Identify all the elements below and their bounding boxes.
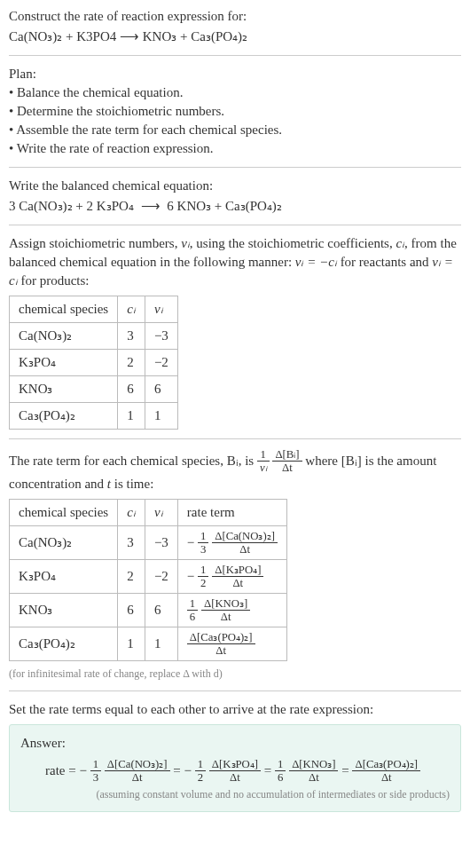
stoich-table: chemical species cᵢ νᵢ Ca(NO₃)₂ 3 −3 K₃P… — [9, 296, 178, 430]
col-c: cᵢ — [118, 296, 145, 323]
conc-fraction: Δ[KNO₃]Δt — [289, 758, 338, 784]
cell-rate: Δ[Ca₃(PO₄)₂]Δt — [177, 627, 286, 661]
cell-c: 1 — [118, 627, 145, 661]
rate-terms-table: chemical species cᵢ νᵢ rate term Ca(NO₃)… — [9, 499, 287, 661]
cell-species: Ca(NO₃)₂ — [10, 323, 118, 350]
numerator: Δ[Ca(NO₃)₂] — [212, 530, 278, 543]
rate-expression: rate = − 13 Δ[Ca(NO₃)₂]Δt = − 12 Δ[K₃PO₄… — [20, 758, 450, 784]
cell-nu: 1 — [145, 627, 177, 661]
numerator: Δ[Ca(NO₃)₂] — [105, 758, 170, 771]
table-header-row: chemical species cᵢ νᵢ — [10, 296, 178, 323]
divider — [9, 225, 461, 225]
equals: = — [264, 763, 275, 777]
text: , using the stoichiometric coefficients, — [190, 236, 396, 250]
conc-fraction: Δ[K₃PO₄]Δt — [209, 758, 261, 784]
balanced-equation: 3 Ca(NO₃)₂ + 2 K₃PO₄ ⟶ 6 KNO₃ + Ca₃(PO₄)… — [9, 197, 461, 216]
denominator: 3 — [198, 543, 208, 556]
col-rate: rate term — [177, 500, 286, 526]
numerator: Δ[Ca₃(PO₄)₂] — [187, 631, 255, 644]
plus: + — [75, 199, 86, 213]
sign: − — [187, 535, 194, 549]
plan-title: Plan: — [9, 65, 461, 83]
table-row: KNO₃ 6 6 16 Δ[KNO₃]Δt — [10, 594, 287, 627]
plan-item: Balance the chemical equation. — [9, 83, 461, 102]
c-symbol: cᵢ — [396, 236, 404, 250]
cell-species: K₃PO₄ — [10, 350, 118, 376]
coef-fraction: 13 — [198, 530, 208, 556]
numerator: 1 — [257, 448, 270, 462]
cell-nu: 1 — [145, 403, 177, 430]
cell-c: 3 — [118, 323, 145, 350]
sign: − — [187, 569, 194, 583]
cell-nu: −3 — [145, 323, 177, 350]
divider — [9, 690, 461, 691]
lhs-term: 2 K₃PO₄ — [87, 199, 134, 213]
text: The rate term for each chemical species,… — [9, 454, 257, 468]
final-intro: Set the rate terms equal to each other t… — [9, 700, 461, 719]
cell-species: K₃PO₄ — [10, 560, 118, 594]
numerator: Δ[K₃PO₄] — [212, 564, 263, 577]
cell-c: 6 — [118, 376, 145, 403]
col-nu: νᵢ — [145, 500, 177, 526]
numerator: 1 — [90, 758, 101, 771]
plan-section: Plan: Balance the chemical equation. Det… — [9, 65, 461, 158]
table-row: Ca₃(PO₄)₂ 1 1 Δ[Ca₃(PO₄)₂]Δt — [10, 627, 287, 661]
fraction: 1νᵢ — [257, 448, 270, 474]
divider — [9, 167, 461, 168]
sign: − — [79, 763, 86, 777]
balanced-section: Write the balanced chemical equation: 3 … — [9, 177, 461, 216]
table-header-row: chemical species cᵢ νᵢ rate term — [10, 500, 287, 526]
cell-nu: −3 — [145, 526, 177, 560]
numerator: 1 — [275, 758, 286, 771]
denominator: Δt — [187, 644, 255, 657]
denominator: 2 — [195, 771, 206, 784]
cell-species: KNO₃ — [10, 594, 118, 627]
cell-c: 2 — [118, 350, 145, 376]
answer-box: Answer: rate = − 13 Δ[Ca(NO₃)₂]Δt = − 12… — [9, 724, 461, 812]
coef-fraction: 16 — [275, 758, 286, 784]
assumption-note: (assuming constant volume and no accumul… — [20, 787, 450, 802]
construct-text: Construct the rate of reaction expressio… — [9, 7, 461, 26]
coef-fraction: 13 — [90, 758, 101, 784]
reaction-arrow-icon: ⟶ — [137, 199, 164, 213]
numerator: Δ[Ca₃(PO₄)₂] — [352, 758, 420, 771]
denominator: Δt — [212, 543, 278, 556]
rate-terms-section: The rate term for each chemical species,… — [9, 448, 461, 682]
numerator: Δ[K₃PO₄] — [209, 758, 261, 771]
table-row: Ca₃(PO₄)₂ 1 1 — [10, 403, 178, 430]
denominator: 2 — [198, 577, 208, 589]
col-species: chemical species — [10, 500, 118, 526]
table-row: K₃PO₄ 2 −2 − 12 Δ[K₃PO₄]Δt — [10, 560, 287, 594]
equals: = — [173, 763, 184, 777]
numerator: 1 — [198, 530, 208, 543]
denominator: Δt — [212, 577, 263, 589]
denominator: 6 — [187, 611, 198, 623]
cell-species: Ca(NO₃)₂ — [10, 526, 118, 560]
cell-nu: 6 — [145, 594, 177, 627]
rhs-term: Ca₃(PO₄)₂ — [225, 199, 282, 213]
unbalanced-equation: Ca(NO₃)₂ + K3PO4 ⟶ KNO₃ + Ca₃(PO₄)₂ — [9, 28, 461, 46]
divider — [9, 438, 461, 439]
denominator: νᵢ — [257, 462, 270, 474]
cell-nu: 6 — [145, 376, 177, 403]
denominator: Δt — [352, 771, 420, 784]
numerator: Δ[KNO₃] — [201, 597, 250, 611]
cell-c: 6 — [118, 594, 145, 627]
fraction: Δ[Bᵢ]Δt — [272, 448, 302, 474]
text: is time: — [111, 477, 153, 491]
text: for reactants and — [337, 255, 432, 269]
rate-label: rate = — [45, 763, 79, 777]
col-nu: νᵢ — [145, 296, 177, 323]
numerator: Δ[KNO₃] — [289, 758, 338, 771]
denominator: Δt — [209, 771, 261, 784]
infinitesimal-note: (for infinitesimal rate of change, repla… — [9, 667, 461, 682]
col-c: cᵢ — [118, 500, 145, 526]
relation-reactants: νᵢ = −cᵢ — [295, 255, 337, 269]
plan-item: Assemble the rate term for each chemical… — [9, 121, 461, 139]
conc-fraction: Δ[Ca₃(PO₄)₂]Δt — [187, 631, 255, 657]
balanced-title: Write the balanced chemical equation: — [9, 177, 461, 195]
numerator: 1 — [195, 758, 206, 771]
coef-fraction: 12 — [198, 564, 208, 589]
denominator: Δt — [105, 771, 170, 784]
table-row: KNO₃ 6 6 — [10, 376, 178, 403]
